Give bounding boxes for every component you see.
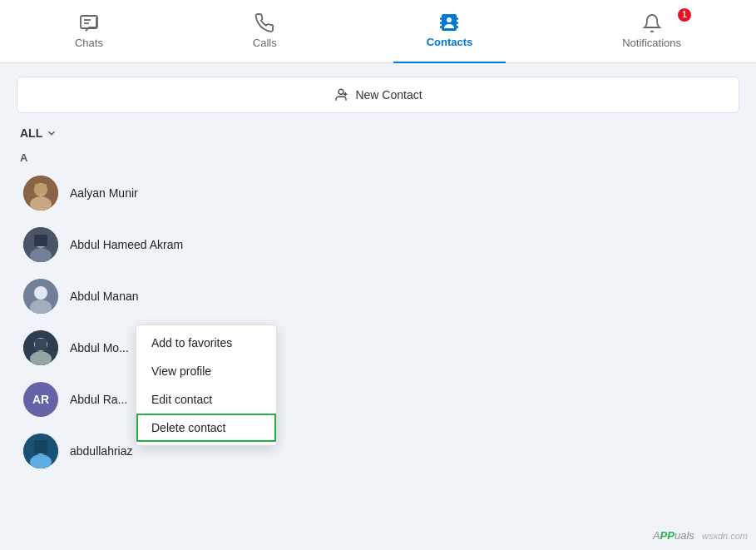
avatar-image	[23, 434, 58, 468]
list-item[interactable]: Abdul Manan	[17, 270, 739, 322]
nav-notifications-label: Notifications	[622, 37, 681, 49]
new-contact-button[interactable]: New Contact	[17, 77, 739, 113]
context-menu-view-profile[interactable]: View profile	[136, 357, 276, 385]
list-item[interactable]: AR Abdul Ra...	[17, 374, 739, 425]
svg-rect-6	[440, 22, 442, 24]
section-header-a: A	[17, 151, 739, 164]
nav-calls-label: Calls	[253, 37, 277, 49]
watermark: APPuals wsxdn.com	[653, 529, 748, 542]
avatar-image	[23, 176, 58, 211]
svg-rect-17	[35, 184, 47, 194]
nav-notifications[interactable]: 1 Notifications	[589, 0, 714, 63]
nav-chats[interactable]: Chats	[42, 0, 136, 63]
svg-rect-21	[34, 235, 47, 246]
list-item[interactable]: Abdul Mo...	[17, 322, 739, 374]
watermark-domain: wsxdn.com	[702, 531, 748, 541]
call-icon	[254, 13, 274, 33]
chat-icon	[79, 13, 99, 33]
nav-contacts[interactable]: Contacts	[393, 0, 506, 63]
context-menu-edit-contact[interactable]: Edit contact	[136, 385, 276, 414]
contact-name: Abdul Hameed Akram	[70, 238, 183, 251]
add-person-icon	[334, 87, 348, 102]
svg-point-4	[447, 17, 452, 22]
contact-name: Abdul Ra...	[70, 393, 127, 406]
new-contact-label: New Contact	[355, 88, 422, 102]
context-menu-add-favorites[interactable]: Add to favorites	[136, 329, 276, 357]
list-item[interactable]: Aalyan Munir	[17, 167, 739, 219]
bell-icon	[642, 13, 662, 33]
svg-rect-10	[457, 26, 458, 28]
svg-rect-32	[34, 440, 47, 453]
avatar-image	[23, 330, 58, 365]
avatar-image	[23, 227, 58, 262]
list-item[interactable]: Abdul Hameed Akram	[17, 219, 739, 270]
svg-rect-9	[457, 22, 458, 24]
svg-point-11	[338, 89, 343, 94]
filter-row[interactable]: ALL	[17, 126, 739, 140]
svg-point-23	[34, 286, 47, 300]
context-menu: Add to favorites View profile Edit conta…	[136, 325, 277, 446]
chevron-down-icon	[46, 127, 57, 139]
contact-list: Aalyan Munir Abdul Hameed Akram	[17, 167, 739, 477]
avatar	[23, 434, 58, 468]
top-nav: Chats Calls	[0, 0, 756, 63]
nav-calls[interactable]: Calls	[220, 0, 310, 63]
nav-chats-label: Chats	[75, 37, 103, 49]
avatar: AR	[23, 382, 58, 417]
list-item[interactable]: abdullahriaz	[17, 425, 739, 477]
contact-name: Aalyan Munir	[70, 186, 138, 200]
svg-rect-7	[440, 26, 442, 28]
notification-badge: 1	[678, 8, 691, 22]
avatar	[23, 279, 58, 314]
avatar	[23, 227, 58, 262]
avatar-image	[23, 279, 58, 314]
contact-name: Abdul Mo...	[70, 341, 129, 354]
svg-rect-28	[35, 339, 47, 350]
svg-rect-0	[81, 16, 97, 28]
nav-contacts-label: Contacts	[427, 36, 473, 48]
main-content: New Contact ALL A Aalyan Munir	[0, 63, 756, 550]
svg-rect-5	[440, 17, 442, 20]
svg-rect-8	[457, 17, 458, 20]
avatar	[23, 330, 58, 365]
context-menu-delete-contact[interactable]: Delete contact	[136, 414, 276, 442]
avatar	[23, 176, 58, 211]
filter-label: ALL	[20, 126, 42, 140]
contact-name: Abdul Manan	[70, 290, 139, 303]
contacts-icon	[439, 12, 459, 32]
contact-name: abdullahriaz	[70, 444, 133, 458]
